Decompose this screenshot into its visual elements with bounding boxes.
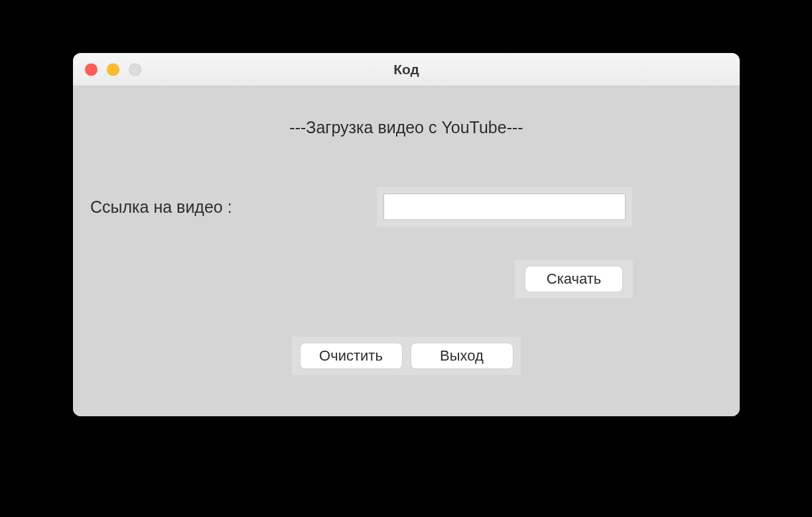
window-title: Код bbox=[73, 62, 740, 78]
video-link-label: Ссылка на видео : bbox=[90, 198, 232, 217]
app-window: Код ---Загрузка видео с YouTube--- Ссылк… bbox=[73, 53, 740, 416]
video-link-input-wrap bbox=[377, 187, 632, 227]
exit-button[interactable]: Выход bbox=[411, 343, 513, 369]
titlebar: Код bbox=[73, 53, 740, 86]
download-button[interactable]: Скачать bbox=[525, 266, 623, 292]
bottom-button-row: Очистить Выход bbox=[292, 337, 521, 375]
download-button-wrap: Скачать bbox=[515, 260, 633, 298]
video-link-input[interactable] bbox=[383, 194, 626, 220]
page-heading: ---Загрузка видео с YouTube--- bbox=[73, 118, 740, 137]
clear-button[interactable]: Очистить bbox=[300, 343, 403, 369]
app-body: ---Загрузка видео с YouTube--- Ссылка на… bbox=[73, 86, 740, 416]
